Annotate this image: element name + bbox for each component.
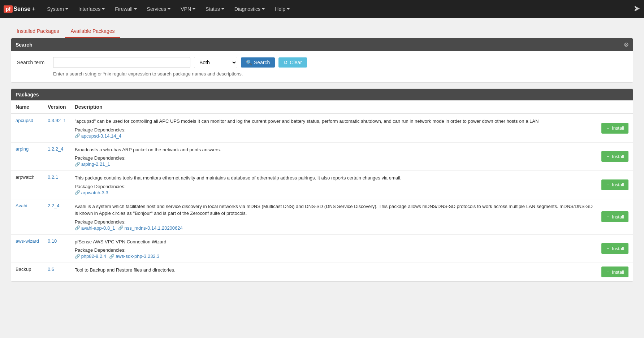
table-row: apcupsd0.3.92_1"apcupsd" can be used for… bbox=[11, 114, 633, 142]
install-plus-icon: ＋ bbox=[606, 182, 610, 188]
diagnostics-caret-icon bbox=[262, 8, 265, 10]
firewall-caret-icon bbox=[134, 8, 137, 10]
search-input[interactable] bbox=[53, 57, 190, 68]
package-version[interactable]: 0.2.1 bbox=[48, 174, 58, 180]
package-description: This package contains tools that monitor… bbox=[75, 174, 593, 182]
package-name: Backup bbox=[16, 266, 31, 272]
dep-link-icon: 🔗 bbox=[118, 225, 124, 230]
nav-diagnostics[interactable]: Diagnostics bbox=[230, 4, 269, 14]
search-icon: 🔍 bbox=[246, 60, 252, 65]
dep-link[interactable]: 🔗apcupsd-3.14.14_4 bbox=[75, 133, 121, 139]
col-action-header bbox=[597, 100, 633, 114]
package-deps-label: Package Dependencies: bbox=[75, 247, 593, 253]
dep-link[interactable]: 🔗arping-2.21_1 bbox=[75, 161, 110, 167]
dep-link[interactable]: 🔗avahi-app-0.8_1 bbox=[75, 225, 115, 231]
dep-link[interactable]: 🔗php82-8.2.4 bbox=[75, 254, 106, 259]
logout-icon[interactable]: ⮞ bbox=[634, 5, 640, 13]
package-name-link[interactable]: arping bbox=[16, 146, 29, 152]
main-content: Installed Packages Available Packages Se… bbox=[0, 18, 644, 289]
package-version[interactable]: 0.3.92_1 bbox=[48, 118, 66, 123]
pfsense-plus-label: Sense + bbox=[13, 6, 35, 12]
dep-link[interactable]: 🔗arpwatch-3.3 bbox=[75, 190, 108, 195]
search-button[interactable]: 🔍 Search bbox=[241, 57, 275, 68]
nav-services[interactable]: Services bbox=[143, 4, 175, 14]
package-deps-links: 🔗php82-8.2.4🔗aws-sdk-php-3.232.3 bbox=[75, 254, 593, 259]
interfaces-caret-icon bbox=[102, 8, 105, 10]
vpn-caret-icon bbox=[193, 8, 195, 10]
package-deps-links: 🔗apcupsd-3.14.14_4 bbox=[75, 133, 593, 139]
dep-link-icon: 🔗 bbox=[75, 190, 80, 195]
dep-link-icon: 🔗 bbox=[75, 254, 80, 259]
nav-interfaces[interactable]: Interfaces bbox=[74, 4, 109, 14]
table-header-row: Name Version Description bbox=[11, 100, 633, 114]
clear-icon: ↺ bbox=[284, 60, 288, 65]
package-description: Tool to Backup and Restore files and dir… bbox=[75, 266, 593, 274]
package-deps-label: Package Dependencies: bbox=[75, 184, 593, 189]
install-plus-icon: ＋ bbox=[606, 213, 610, 220]
pfsense-logo: pf bbox=[4, 5, 13, 13]
help-caret-icon bbox=[287, 8, 290, 10]
package-version[interactable]: 0.6 bbox=[48, 266, 54, 272]
package-deps-links: 🔗arpwatch-3.3 bbox=[75, 190, 593, 195]
dep-link-icon: 🔗 bbox=[75, 133, 80, 138]
search-heading-label: Search bbox=[16, 42, 33, 48]
nav-items: System Interfaces Firewall Services VPN … bbox=[43, 4, 634, 14]
nav-system[interactable]: System bbox=[43, 4, 73, 14]
clear-button[interactable]: ↺ Clear bbox=[278, 57, 307, 68]
search-scope-select[interactable]: Both Name Description bbox=[194, 57, 237, 68]
install-button[interactable]: ＋ Install bbox=[601, 211, 628, 222]
col-version-header: Version bbox=[43, 100, 70, 114]
table-row: arpwatch0.2.1This package contains tools… bbox=[11, 171, 633, 199]
col-name-header: Name bbox=[11, 100, 43, 114]
table-row: arping1.2.2_4Broadcasts a who-has ARP pa… bbox=[11, 142, 633, 171]
packages-panel: Packages Name Version Description apcups… bbox=[11, 88, 633, 282]
package-version[interactable]: 2.2_4 bbox=[48, 203, 60, 208]
install-button[interactable]: ＋ Install bbox=[601, 266, 628, 277]
package-deps-links: 🔗arping-2.21_1 bbox=[75, 161, 593, 167]
package-version[interactable]: 1.2.2_4 bbox=[48, 146, 63, 152]
navbar: pf Sense + System Interfaces Firewall Se… bbox=[0, 0, 644, 18]
install-plus-icon: ＋ bbox=[606, 125, 610, 131]
table-row: aws-wizard0.10pfSense AWS VPC VPN Connec… bbox=[11, 234, 633, 263]
package-description: "apcupsd" can be used for controlling al… bbox=[75, 118, 593, 125]
install-button[interactable]: ＋ Install bbox=[601, 123, 628, 134]
nav-vpn[interactable]: VPN bbox=[176, 4, 200, 14]
search-row: Search term Both Name Description 🔍 Sear… bbox=[17, 57, 627, 68]
dep-link[interactable]: 🔗nss_mdns-0.14.1.20200624 bbox=[118, 225, 183, 231]
col-description-header: Description bbox=[70, 100, 597, 114]
tab-available-packages[interactable]: Available Packages bbox=[65, 25, 121, 38]
install-button[interactable]: ＋ Install bbox=[601, 179, 628, 190]
package-name-link[interactable]: apcupsd bbox=[16, 118, 33, 123]
package-deps-label: Package Dependencies: bbox=[75, 155, 593, 161]
package-deps-label: Package Dependencies: bbox=[75, 127, 593, 133]
dep-link[interactable]: 🔗aws-sdk-php-3.232.3 bbox=[109, 254, 159, 259]
package-deps-label: Package Dependencies: bbox=[75, 219, 593, 225]
install-button[interactable]: ＋ Install bbox=[601, 151, 628, 162]
packages-panel-heading: Packages bbox=[11, 89, 633, 100]
package-name-link[interactable]: Avahi bbox=[16, 203, 27, 208]
search-collapse-icon[interactable]: ⊗ bbox=[624, 41, 628, 48]
navbar-brand: pf Sense + bbox=[4, 5, 35, 13]
table-row: Avahi2.2_4Avahi is a system which facili… bbox=[11, 199, 633, 234]
dep-link-icon: 🔗 bbox=[75, 162, 80, 167]
search-panel-heading: Search ⊗ bbox=[11, 38, 633, 51]
package-name: arpwatch bbox=[16, 174, 35, 180]
tab-installed-packages[interactable]: Installed Packages bbox=[11, 25, 65, 38]
install-plus-icon: ＋ bbox=[606, 153, 610, 160]
navbar-right: ⮞ bbox=[634, 5, 640, 13]
packages-table: Name Version Description apcupsd0.3.92_1… bbox=[11, 100, 633, 281]
package-description: Broadcasts a who-has ARP packet on the n… bbox=[75, 146, 593, 153]
table-row: Backup0.6Tool to Backup and Restore file… bbox=[11, 263, 633, 281]
package-name-link[interactable]: aws-wizard bbox=[16, 238, 39, 244]
nav-help[interactable]: Help bbox=[271, 4, 294, 14]
search-label: Search term bbox=[17, 60, 49, 65]
nav-status[interactable]: Status bbox=[201, 4, 229, 14]
package-description: pfSense AWS VPC VPN Connection Wizard bbox=[75, 238, 593, 246]
nav-firewall[interactable]: Firewall bbox=[111, 4, 141, 14]
install-button[interactable]: ＋ Install bbox=[601, 243, 628, 254]
dep-link-icon: 🔗 bbox=[75, 225, 80, 230]
package-description: Avahi is a system which facilitates host… bbox=[75, 203, 593, 217]
services-caret-icon bbox=[168, 8, 170, 10]
dep-link-icon: 🔗 bbox=[109, 254, 114, 259]
package-version[interactable]: 0.10 bbox=[48, 238, 57, 244]
